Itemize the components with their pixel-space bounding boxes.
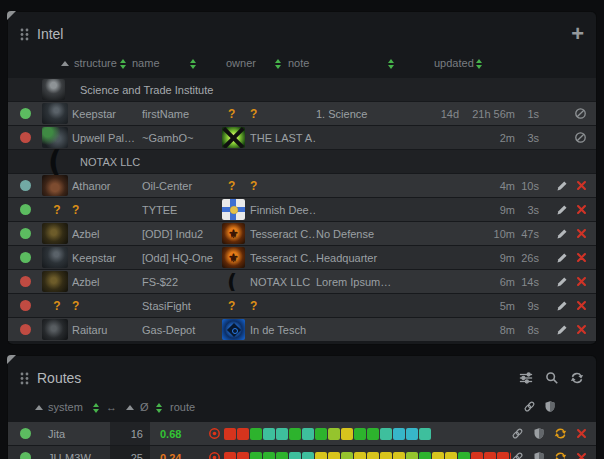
sort-icon[interactable] (190, 59, 196, 69)
intel-row[interactable]: RaitaruGas-DepotIn de Tesch8m8s (8, 318, 596, 341)
row-actions (539, 276, 596, 288)
column-header-avg-security[interactable]: Ø (140, 401, 149, 413)
edit-button[interactable] (556, 276, 568, 288)
intel-row[interactable]: KeepstarfirstName??1. Science14d21h 56m1… (8, 102, 596, 125)
row-actions (539, 107, 596, 120)
sort-asc-icon[interactable] (126, 405, 134, 410)
intel-group-row[interactable]: (NOTAX LLC (8, 150, 596, 173)
status-cell (8, 252, 42, 263)
sort-icon[interactable] (156, 403, 162, 413)
group-logo (42, 79, 72, 100)
note: Lorem Ipsum… (316, 276, 425, 288)
sort-asc-icon[interactable] (35, 405, 43, 410)
updated-seconds: 9s (515, 300, 539, 312)
unknown-structure-mark: ? (72, 203, 79, 217)
search-icon[interactable] (545, 371, 559, 385)
updated-time: 2m (459, 132, 515, 144)
sort-icon[interactable] (120, 59, 126, 69)
sort-icon[interactable] (93, 403, 99, 413)
unknown-owner-mark: ? (250, 179, 257, 193)
row-actions (539, 131, 596, 144)
edit-button[interactable] (556, 300, 568, 312)
route-settings-icon[interactable] (518, 371, 534, 385)
intel-row[interactable]: Azbel[ODD] Indu2⚜Tesseract C…No Defense1… (8, 222, 596, 245)
route-jump-square (289, 428, 301, 440)
route-jump-square (497, 452, 509, 459)
link-toggle-icon[interactable] (511, 427, 524, 440)
route-row[interactable]: Jita160.68 (8, 422, 596, 445)
owner-name: NOTAX LLC (250, 276, 316, 288)
refresh-route-button[interactable] (554, 451, 567, 459)
route-jump-square (380, 428, 392, 440)
shield-toggle-icon[interactable] (533, 451, 545, 459)
route-row[interactable]: JU-M3W250.24 (8, 446, 596, 459)
route-jump-square (471, 452, 483, 459)
intel-row[interactable]: Upwell Pal…~GambO~THE LAST A…2m3s (8, 126, 596, 149)
tesseract-mark: ⚜ (222, 223, 245, 244)
column-header-structure[interactable]: structure (74, 57, 117, 69)
intel-row[interactable]: Keepstar[Odd] HQ-One⚜Tesseract C…Headqua… (8, 246, 596, 269)
updated-time: 4m (459, 180, 515, 192)
edit-button[interactable] (556, 204, 568, 216)
status-cell (8, 180, 42, 191)
structure-name: StasiFight (142, 300, 222, 312)
updated-seconds: 14s (515, 276, 539, 288)
route-start-icon (208, 451, 221, 459)
column-header-updated[interactable]: updated (434, 57, 474, 69)
delete-button[interactable] (576, 300, 587, 311)
sort-asc-icon[interactable] (61, 61, 69, 66)
refresh-icon[interactable] (570, 371, 584, 385)
delete-route-button[interactable] (576, 428, 587, 439)
delete-button[interactable] (576, 180, 587, 191)
status-dot (20, 428, 31, 439)
structure-type: Raitaru (72, 324, 142, 336)
column-header-name[interactable]: name (132, 57, 160, 69)
drag-handle-icon[interactable] (20, 28, 29, 41)
delete-button[interactable] (576, 324, 587, 335)
intel-row[interactable]: ??StasiFight??5m9s (8, 294, 596, 317)
structure-image-cell (42, 247, 72, 268)
edit-button[interactable] (556, 228, 568, 240)
delete-button[interactable] (576, 276, 587, 287)
routes-table-header: system ↔ Ø route (8, 396, 596, 420)
structure-name: Gas-Depot (142, 324, 222, 336)
add-structure-button[interactable]: + (571, 27, 584, 41)
column-header-owner[interactable]: owner (226, 57, 256, 69)
column-header-note[interactable]: note (288, 57, 309, 69)
structure-type: Azbel (72, 228, 142, 240)
intel-group-row[interactable]: Science and Trade Institute (8, 78, 596, 101)
intel-row[interactable]: AzbelFS-$22(NOTAX LLCLorem Ipsum…6m14s (8, 270, 596, 293)
route-jump-square (406, 452, 418, 459)
drag-handle-icon[interactable] (20, 372, 29, 385)
intel-row[interactable]: ??TYTEEFinnish Dee…9m3s (8, 198, 596, 221)
route-system-name: Jita (42, 428, 110, 440)
delete-button[interactable] (576, 252, 587, 263)
link-toggle-icon[interactable] (511, 451, 524, 459)
shield-toggle-icon[interactable] (533, 427, 545, 440)
edit-button[interactable] (556, 324, 568, 336)
sort-icon[interactable] (476, 59, 482, 69)
status-dot (20, 132, 31, 143)
column-header-jumps[interactable]: ↔ (106, 401, 117, 413)
sort-icon[interactable] (388, 59, 394, 69)
delete-button[interactable] (576, 228, 587, 239)
delete-route-button[interactable] (576, 452, 587, 459)
updated-seconds: 3s (515, 204, 539, 216)
column-header-system[interactable]: system (48, 401, 83, 413)
group-logo: ( (42, 153, 72, 171)
note: Headquarter (316, 252, 425, 264)
delete-button[interactable] (576, 204, 587, 215)
structure-image (42, 319, 68, 340)
owner-name: In de Tesch (250, 324, 316, 336)
status-dot (20, 276, 31, 287)
refresh-route-button[interactable] (554, 427, 567, 440)
owner-name: ? (250, 179, 316, 193)
sort-icon[interactable] (275, 59, 281, 69)
route-jump-square (419, 452, 431, 459)
intel-row[interactable]: AthanorOil-Center??4m10s (8, 174, 596, 197)
panel-title: Intel (37, 26, 63, 42)
edit-button[interactable] (556, 252, 568, 264)
column-header-route[interactable]: route (170, 401, 195, 413)
route-jump-square (250, 428, 262, 440)
edit-button[interactable] (556, 180, 568, 192)
